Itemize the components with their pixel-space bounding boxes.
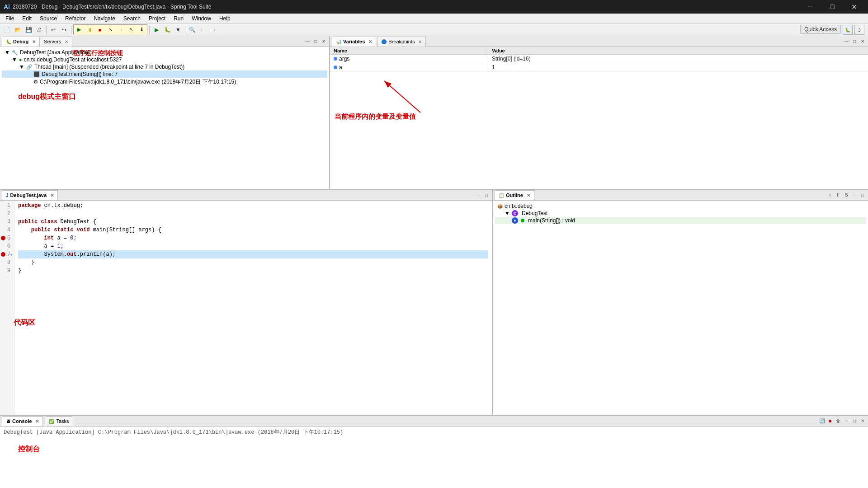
console-clear[interactable]: 🗑	[835, 418, 842, 425]
var-value-args: String[0] (id=16)	[488, 55, 868, 63]
console-stop-red[interactable]: ■	[826, 418, 834, 425]
tab-tasks[interactable]: ✅ Tasks	[45, 416, 73, 426]
title-bar-controls[interactable]: ─ □ ✕	[800, 0, 864, 14]
menu-help[interactable]: Help	[216, 14, 234, 23]
debug-toggle-app[interactable]: ▼	[5, 49, 10, 56]
console-minimize[interactable]: ─	[843, 418, 850, 425]
debug-controls: ▶ ⏸ ■ ↘ → ↖ ⬇	[73, 24, 147, 35]
close-button[interactable]: ✕	[844, 0, 864, 14]
console-tabs-left: 🖥 Console ✕ ✅ Tasks	[2, 416, 73, 426]
quick-access-button[interactable]: Quick Access	[800, 25, 841, 34]
debug-tree-process[interactable]: ⚙ C:\Program Files\Java\jdk1.8.0_171\bin…	[2, 78, 327, 86]
debug-tab-close[interactable]: ✕	[32, 39, 36, 44]
toolbar-perspective-debug[interactable]: 🐛	[843, 25, 853, 35]
editor-tab-close[interactable]: ✕	[50, 193, 54, 198]
console-maximize[interactable]: □	[851, 418, 858, 425]
debug-toggle-connection[interactable]: ▼	[12, 56, 17, 63]
servers-tab-close[interactable]: ✕	[65, 39, 68, 44]
app-icon: Ai	[4, 3, 10, 10]
outline-item-class[interactable]: ▼ C DebugTest	[495, 210, 866, 217]
outline-class-toggle[interactable]: ▼	[505, 210, 510, 216]
tab-editor-debugtest[interactable]: J DebugTest.java ✕	[2, 190, 58, 200]
debug-tab-bar: 🐛 Debug ✕ Servers ✕ ─ □ ✕	[0, 36, 329, 47]
toolbar-new[interactable]: 📄	[2, 25, 12, 35]
debug-drop-to-frame[interactable]: ⬇	[137, 25, 146, 34]
var-row-a[interactable]: a 1	[330, 63, 868, 72]
variables-tab-close[interactable]: ✕	[368, 39, 372, 44]
line-1: 1	[0, 202, 12, 210]
debug-tree-frame[interactable]: ⬛ DebugTest.main(String[]) line: 7	[2, 70, 327, 78]
vars-panel-minimize[interactable]: ─	[843, 38, 850, 45]
var-row-args[interactable]: args String[0] (id=16)	[330, 55, 868, 63]
var-name-text-args: args	[339, 56, 349, 62]
debug-tree-thread[interactable]: ▼ 🔗 Thread [main] (Suspended (breakpoint…	[2, 63, 327, 70]
vars-panel-close[interactable]: ✕	[859, 38, 866, 45]
outline-minimize[interactable]: ─	[851, 192, 858, 199]
toolbar-open[interactable]: 📂	[13, 25, 23, 35]
tab-outline[interactable]: 📋 Outline ✕	[495, 190, 534, 200]
toolbar-perspective-java[interactable]: J	[854, 25, 864, 35]
line-7: 7 ⇒	[0, 250, 12, 258]
console-tab-close[interactable]: ✕	[35, 419, 39, 424]
outline-fields[interactable]: F	[835, 192, 842, 199]
menu-window[interactable]: Window	[188, 14, 215, 23]
debug-panel-maximize[interactable]: □	[312, 38, 319, 45]
toolbar-more[interactable]: ▼	[173, 25, 183, 35]
console-tab-label: Console	[12, 418, 32, 424]
menu-project[interactable]: Project	[145, 14, 169, 23]
toolbar-run[interactable]: ▶	[151, 25, 161, 35]
menu-search[interactable]: Search	[120, 14, 144, 23]
debug-stop[interactable]: ■	[95, 25, 105, 34]
toolbar-print[interactable]: 🖨	[34, 25, 44, 35]
variables-tab-bar: 📊 Variables ✕ 🔵 Breakpoints ✕ ─ □ ✕	[330, 36, 868, 47]
outline-icon: 📋	[499, 193, 504, 198]
outline-static[interactable]: S	[843, 192, 850, 199]
debug-panel-minimize[interactable]: ─	[304, 38, 311, 45]
minimize-button[interactable]: ─	[800, 0, 821, 14]
toolbar-debug[interactable]: 🐛	[162, 25, 172, 35]
tab-console[interactable]: 🖥 Console ✕	[2, 416, 43, 426]
tab-breakpoints[interactable]: 🔵 Breakpoints ✕	[377, 37, 426, 47]
menu-navigate[interactable]: Navigate	[90, 14, 118, 23]
debug-step-over[interactable]: →	[116, 25, 126, 34]
breakpoints-tab-close[interactable]: ✕	[418, 39, 422, 44]
menu-source[interactable]: Source	[36, 14, 61, 23]
debug-panel-close[interactable]: ✕	[320, 38, 327, 45]
vars-panel-maximize[interactable]: □	[851, 38, 858, 45]
toolbar-navigate-fwd[interactable]: →	[209, 25, 219, 35]
tab-variables[interactable]: 📊 Variables ✕	[332, 37, 376, 47]
console-close-btn[interactable]: ✕	[859, 418, 866, 425]
col-value: Value	[488, 47, 868, 54]
tab-debug[interactable]: 🐛 Debug ✕	[2, 37, 40, 47]
debug-suspend[interactable]: ⏸	[85, 25, 94, 34]
outline-tab-close[interactable]: ✕	[527, 193, 530, 198]
outline-item-package[interactable]: 📦 cn.tx.debug	[495, 202, 866, 210]
editor-maximize[interactable]: □	[483, 192, 490, 199]
menu-refactor[interactable]: Refactor	[61, 14, 89, 23]
toolbar-undo[interactable]: ↩	[48, 25, 58, 35]
toolbar-search[interactable]: 🔍	[187, 25, 197, 35]
tab-servers[interactable]: Servers ✕	[40, 37, 72, 47]
code-area[interactable]: package cn.tx.debug; public class DebugT…	[14, 201, 492, 415]
console-refresh[interactable]: 🔄	[818, 418, 826, 425]
menu-run[interactable]: Run	[170, 14, 187, 23]
toolbar-redo[interactable]: ↪	[59, 25, 69, 35]
menu-file[interactable]: File	[2, 14, 18, 23]
maximize-button[interactable]: □	[822, 0, 843, 14]
editor-minimize[interactable]: ─	[475, 192, 482, 199]
var-name-args: args	[330, 55, 488, 63]
toolbar-navigate[interactable]: ←	[198, 25, 208, 35]
debug-tree-app[interactable]: ▼ 🔧 DebugTest [Java Application]	[2, 49, 327, 56]
debug-toggle-thread[interactable]: ▼	[19, 64, 24, 70]
outline-maximize[interactable]: □	[859, 192, 866, 199]
debug-step-into[interactable]: ↘	[105, 25, 115, 34]
debug-step-return[interactable]: ↖	[126, 25, 136, 34]
toolbar-save[interactable]: 💾	[24, 25, 33, 35]
var-dot-a	[334, 66, 337, 69]
debug-resume[interactable]: ▶	[74, 25, 84, 34]
menu-edit[interactable]: Edit	[19, 14, 35, 23]
outline-sort[interactable]: ↕	[826, 192, 834, 199]
debug-tree-connection[interactable]: ▼ ● cn.tx.debug.DebugTest at localhost:5…	[2, 56, 327, 63]
outline-item-method[interactable]: ● main(String[]) : void	[495, 217, 866, 224]
process-icon: ⚙	[33, 79, 38, 85]
